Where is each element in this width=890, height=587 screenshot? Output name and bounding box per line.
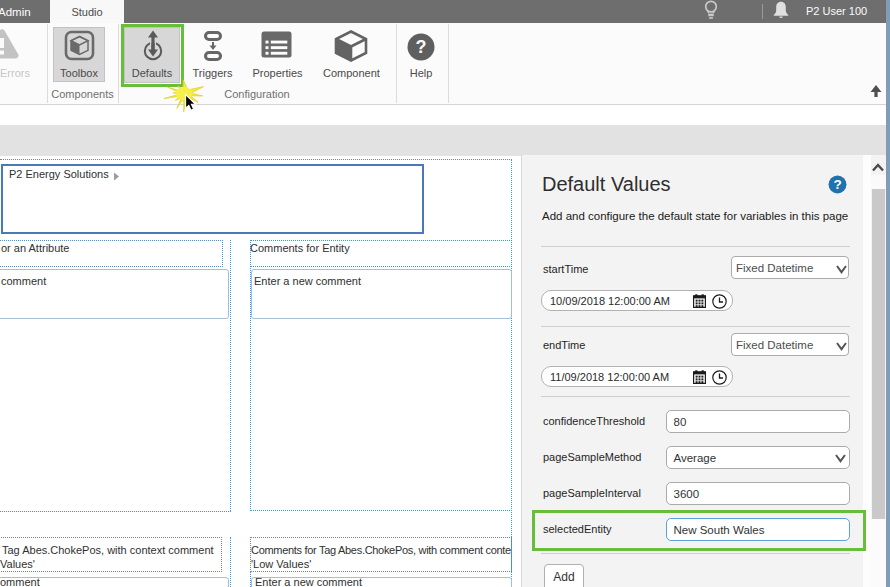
svg-text:?: ? (833, 177, 841, 192)
svg-text:?: ? (416, 37, 427, 57)
